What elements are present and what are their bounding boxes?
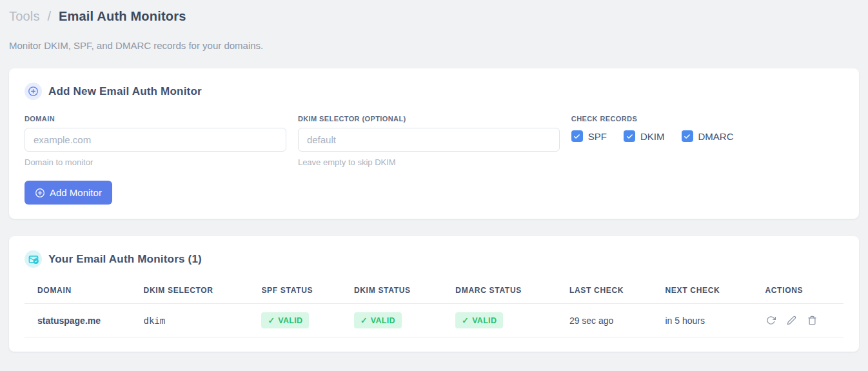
table-header-row: DOMAIN DKIM SELECTOR SPF STATUS DKIM STA… [25, 277, 843, 304]
email-check-icon [25, 250, 42, 268]
monitor-dkim-selector: dkim [139, 304, 257, 337]
domain-field-group: DOMAIN Domain to monitor [25, 115, 286, 167]
breadcrumb: Tools / Email Auth Monitors [9, 6, 859, 24]
checkbox-dkim[interactable]: DKIM [624, 130, 665, 142]
spf-status-label: VALID [278, 316, 302, 325]
checkbox-check-icon [571, 130, 583, 142]
spf-status-badge: ✓ VALID [261, 312, 309, 328]
checkbox-dmarc-label: DMARC [698, 131, 734, 142]
monitor-last-check: 29 sec ago [564, 304, 660, 337]
checkbox-check-icon [624, 130, 635, 142]
breadcrumb-separator: / [47, 9, 51, 23]
column-header-spf-status: SPF STATUS [256, 277, 349, 304]
delete-button[interactable] [806, 314, 818, 326]
add-monitor-card-header: Add New Email Auth Monitor [25, 83, 843, 100]
add-monitor-card: Add New Email Auth Monitor DOMAIN Domain… [9, 68, 859, 219]
monitors-card-header: Your Email Auth Monitors (1) [25, 250, 843, 268]
column-header-dkim-selector: DKIM SELECTOR [139, 277, 257, 304]
monitor-dkim-status-cell: ✓ VALID [349, 304, 450, 337]
monitors-card: Your Email Auth Monitors (1) DOMAIN DKIM… [9, 236, 859, 352]
page: Tools / Email Auth Monitors Monitor DKIM… [0, 0, 868, 358]
monitors-card-title: Your Email Auth Monitors (1) [48, 253, 202, 266]
column-header-next-check: NEXT CHECK [660, 277, 760, 304]
dmarc-status-badge: ✓ VALID [455, 312, 503, 328]
dkim-status-badge: ✓ VALID [354, 312, 402, 328]
column-header-dmarc-status: DMARC STATUS [450, 277, 564, 304]
check-records-row: SPF DKIM DMARC [571, 130, 843, 142]
column-header-domain: DOMAIN [25, 277, 139, 304]
page-subtitle: Monitor DKIM, SPF, and DMARC records for… [9, 40, 859, 51]
dkim-selector-field-group: DKIM SELECTOR (OPTIONAL) Leave empty to … [298, 115, 560, 167]
edit-button[interactable] [785, 314, 798, 326]
dkim-selector-input[interactable] [298, 128, 560, 152]
column-header-dkim-status: DKIM STATUS [349, 277, 450, 304]
plus-circle-icon [35, 188, 45, 198]
plus-circle-icon [25, 83, 42, 100]
breadcrumb-tools-link[interactable]: Tools [9, 9, 40, 23]
monitor-next-check: in 5 hours [660, 304, 760, 337]
check-records-group: CHECK RECORDS SPF DKIM [571, 115, 843, 167]
add-monitor-button-label: Add Monitor [50, 187, 102, 198]
add-monitor-form: DOMAIN Domain to monitor DKIM SELECTOR (… [25, 115, 843, 167]
check-records-label: CHECK RECORDS [571, 115, 843, 123]
monitor-domain: statuspage.me [25, 304, 139, 337]
check-glyph: ✓ [360, 316, 368, 325]
dkim-selector-label: DKIM SELECTOR (OPTIONAL) [298, 115, 560, 123]
dkim-status-label: VALID [371, 316, 395, 325]
checkbox-spf[interactable]: SPF [571, 130, 607, 142]
checkbox-spf-label: SPF [588, 131, 607, 142]
page-title: Email Auth Monitors [59, 9, 186, 23]
column-header-last-check: LAST CHECK [564, 277, 660, 304]
dkim-selector-helper-text: Leave empty to skip DKIM [298, 157, 560, 167]
checkbox-check-icon [682, 130, 693, 142]
monitor-spf-status-cell: ✓ VALID [256, 304, 349, 337]
add-monitor-card-title: Add New Email Auth Monitor [48, 85, 202, 98]
monitor-actions [760, 304, 843, 337]
domain-helper-text: Domain to monitor [25, 157, 286, 167]
column-header-actions: ACTIONS [760, 277, 843, 304]
check-glyph: ✓ [268, 316, 275, 325]
check-glyph: ✓ [462, 316, 469, 325]
monitors-table: DOMAIN DKIM SELECTOR SPF STATUS DKIM STA… [25, 277, 843, 337]
add-monitor-button[interactable]: Add Monitor [25, 181, 112, 205]
dmarc-status-label: VALID [472, 316, 497, 325]
domain-input[interactable] [25, 128, 286, 152]
monitor-dmarc-status-cell: ✓ VALID [450, 304, 564, 337]
checkbox-dmarc[interactable]: DMARC [682, 130, 734, 142]
table-row: statuspage.me dkim ✓ VALID ✓ VALID [25, 304, 843, 337]
domain-label: DOMAIN [25, 115, 286, 123]
checkbox-dkim-label: DKIM [640, 131, 665, 142]
refresh-button[interactable] [765, 314, 777, 326]
